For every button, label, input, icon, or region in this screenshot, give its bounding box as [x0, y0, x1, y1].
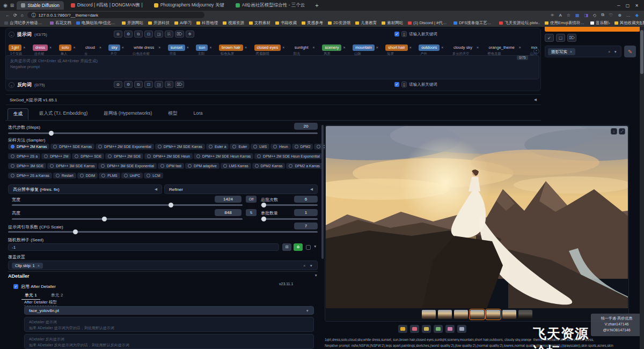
output-action-button[interactable]: [410, 325, 419, 333]
prompt-toolbar-icon-button[interactable]: ⊡: [144, 31, 153, 38]
negative-toolbar-icon-button[interactable]: ⎘: [165, 81, 173, 88]
batch-size-value[interactable]: 1: [294, 209, 318, 216]
prompt-toolbar-icon-button[interactable]: ◳: [155, 31, 163, 38]
tag-remove-icon[interactable]: ×: [245, 46, 247, 49]
prompt-tag[interactable]: sky × 天空: [108, 44, 123, 56]
refiner-accordion[interactable]: Refiner◀: [164, 184, 318, 194]
tag-remove-icon[interactable]: ×: [73, 46, 75, 49]
back-icon[interactable]: ←: [5, 13, 10, 18]
output-action-button[interactable]: [434, 325, 443, 333]
sampler-option[interactable]: DPM adaptive: [185, 163, 219, 169]
address-bar-icon[interactable]: ▦: [575, 13, 580, 18]
result-thumbnail[interactable]: [470, 310, 484, 319]
bookmark-item[interactable]: 书籍收藏: [275, 20, 297, 26]
bookmark-item[interactable]: 科普地理: [196, 20, 218, 26]
sampler-option[interactable]: DPM2 Karras: [252, 163, 286, 169]
sampler-option[interactable]: LCM: [144, 173, 163, 179]
bookmark-item[interactable]: 文档素材: [249, 20, 270, 26]
adetailer-prompt-textarea[interactable]: ADetailer 提示词 如果 ADetailer 提示词为空的话，则使用默认…: [24, 317, 314, 332]
bookmark-item[interactable]: 台湾纪录片物语空间Fol..: [4, 20, 45, 26]
result-thumbnail[interactable]: [438, 310, 452, 319]
reuse-seed-icon[interactable]: ♻: [294, 243, 303, 251]
sampler-option[interactable]: LMS Karras: [221, 163, 251, 169]
close-icon[interactable]: ✕: [635, 3, 639, 8]
prompt-tag[interactable]: closed eyes × 闭着眼睛: [254, 44, 285, 56]
prompt-tag[interactable]: solo × 单人: [59, 44, 76, 56]
bookmark-item[interactable]: 开源科技: [148, 20, 170, 26]
style-chip[interactable]: 摄影写实 ×: [548, 48, 575, 55]
main-tab[interactable]: 嵌入式 (T.I. Embedding): [34, 108, 93, 120]
tag-remove-icon[interactable]: ×: [313, 46, 315, 49]
generated-image[interactable]: [326, 126, 628, 308]
sampler-option[interactable]: DPM++ 2M SDE: [105, 153, 143, 159]
prompt-toolbar-icon-button[interactable]: ✲: [186, 31, 194, 38]
bookmark-item[interactable]: 石花文档: [50, 20, 71, 26]
maximize-icon[interactable]: ▢: [626, 3, 630, 8]
refresh-icon[interactable]: ⟳: [13, 13, 17, 18]
sampler-option[interactable]: DPM++ 2M SDE Heun Karras: [194, 153, 253, 159]
new-tab-button[interactable]: +: [312, 2, 321, 9]
sampler-option[interactable]: DPM++ SDE: [72, 153, 104, 159]
bookmark-item[interactable]: AI学习: [174, 20, 192, 26]
sampler-option[interactable]: DPM++ 2M SDE Heun: [144, 153, 192, 159]
prompt-tag[interactable]: sun × 太阳: [196, 44, 211, 56]
main-tab[interactable]: 超网络 (Hypernetworks): [98, 108, 157, 120]
negative-toolbar-icon-button[interactable]: ⊜: [114, 81, 122, 88]
apply-style-brush-icon[interactable]: ✎: [624, 46, 636, 57]
style-dropdown[interactable]: 摄影写实 × × ▼: [545, 46, 621, 57]
generate-tool-icon-button[interactable]: ⌦: [567, 34, 576, 42]
sampler-option[interactable]: UniPC: [121, 173, 143, 179]
result-thumbnail[interactable]: [518, 310, 532, 319]
steps-slider[interactable]: [8, 132, 318, 134]
batch-size-slider[interactable]: [261, 218, 318, 220]
browser-tab[interactable]: AI绘画社区模型综合性 - 三个云: [231, 1, 310, 10]
sampler-option[interactable]: DPM++ 2M Karras: [8, 144, 49, 150]
tag-remove-icon[interactable]: ×: [343, 46, 345, 49]
prompt-toolbar-icon-button[interactable]: ⌦: [175, 31, 184, 38]
bookmark-other-folder[interactable]: 其他收藏夹: [614, 20, 640, 26]
aspect-ratio-off-button[interactable]: Off: [246, 196, 257, 203]
main-tab[interactable]: 模型: [163, 108, 182, 120]
minimize-icon[interactable]: ─: [617, 3, 620, 8]
browser-tab[interactable]: Stable Diffusion: [17, 1, 63, 10]
bookmark-item[interactable]: 视频资源: [223, 20, 244, 26]
tag-remove-icon[interactable]: ×: [209, 46, 211, 49]
adetailer-unit-tab[interactable]: 单元 1: [21, 291, 40, 300]
output-action-button[interactable]: [457, 325, 466, 333]
prompt-tag[interactable]: brown hair × 棕色头发: [219, 44, 247, 56]
sampler-option[interactable]: Euler a: [206, 144, 229, 150]
bookmark-item[interactable]: 电脑组装/华强北采购..: [76, 20, 117, 26]
prompt-toolbar-icon-button[interactable]: ⊜: [114, 31, 122, 38]
address-bar-icon[interactable]: ◨: [584, 13, 589, 18]
sampler-option[interactable]: DPM++ 2S a Karras: [8, 173, 52, 179]
address-bar-icon[interactable]: ♡: [609, 13, 613, 18]
fullscreen-icon[interactable]: ⤢: [619, 128, 625, 135]
adetailer-enable[interactable]: ✓ 启用 After Detailer: [13, 284, 56, 289]
tag-remove-icon[interactable]: ×: [441, 46, 443, 49]
bookmark-item[interactable]: 使用Emoji表情符号..: [545, 20, 586, 26]
sampler-option[interactable]: DPM++ 2S a: [8, 153, 40, 159]
sampler-option[interactable]: DPM++ 3M SDE Karras: [47, 163, 97, 169]
sampler-option[interactable]: DPM++ 2M: [41, 153, 71, 159]
negative-toolbar-icon-button[interactable]: ⊡: [144, 81, 153, 88]
tag-remove-icon[interactable]: ×: [187, 46, 189, 49]
prompt-toolbar-icon-button[interactable]: ⧉: [134, 31, 143, 38]
prompt-tag[interactable]: short hair × 短发: [385, 44, 411, 56]
prompt-tag[interactable]: sunset × 日落: [168, 44, 189, 56]
site-info-icon[interactable]: ⓘ: [32, 12, 36, 18]
extra-seed-checkbox[interactable]: [306, 245, 311, 250]
bookmark-item[interactable]: 灵感参考: [302, 20, 323, 26]
bookmark-item[interactable]: DFS接单做工艺名家 |..: [453, 20, 494, 26]
hires-fix-accordion[interactable]: 高分辨率修复 (Hires. fix)◀: [8, 184, 162, 194]
page-scrollbar-thumb[interactable]: [640, 30, 643, 74]
bookmark-item[interactable]: 素材网站: [382, 20, 403, 26]
result-thumbnail[interactable]: [502, 310, 516, 319]
prompt-tag[interactable]: dress × 连衣裙: [33, 44, 52, 56]
result-thumbnail[interactable]: [422, 310, 436, 319]
swap-dimensions-icon[interactable]: ⇅: [246, 209, 257, 216]
prompt-tag[interactable]: white dress × 白色连衣裙: [131, 44, 160, 56]
collapse-chevron-icon[interactable]: ⌄: [9, 82, 14, 88]
clear-all-icon[interactable]: ×: [303, 264, 305, 268]
prompt-toolbar-icon-button[interactable]: ⚙: [124, 31, 133, 38]
sampler-option[interactable]: Restart: [53, 173, 76, 179]
